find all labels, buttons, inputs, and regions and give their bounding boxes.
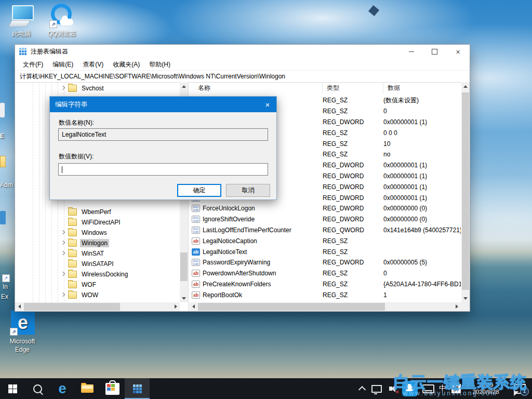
registry-value-row[interactable]: ForceUnlockLogon REG_DWORD 0x00000000 (0… xyxy=(189,203,461,214)
monitor-icon xyxy=(371,385,382,393)
tree-item-label[interactable]: Winlogon xyxy=(80,239,109,247)
tree-item-label[interactable]: WiFiDirectAPI xyxy=(80,218,122,227)
value-name[interactable]: LegalNoticeText xyxy=(203,248,323,256)
tree-item[interactable]: WiFiDirectAPI xyxy=(15,217,180,228)
expand-chevron-icon[interactable] xyxy=(61,293,65,297)
tree-item[interactable]: WirelessDocking xyxy=(15,269,180,280)
scrollbar-thumb[interactable] xyxy=(180,252,188,281)
tray-app-button[interactable] xyxy=(400,378,420,399)
value-name[interactable]: ReportBootOk xyxy=(203,291,323,299)
tree-item-label[interactable]: WirelessDocking xyxy=(80,270,129,278)
maximize-button[interactable] xyxy=(423,45,446,59)
taskbar-search-button[interactable] xyxy=(25,378,50,399)
title-bar[interactable]: 注册表编辑器 × xyxy=(15,45,470,59)
scroll-left-icon[interactable] xyxy=(15,302,23,311)
registry-value-row[interactable]: LegalNoticeText REG_SZ xyxy=(189,246,461,257)
value-type: REG_SZ xyxy=(323,270,383,277)
tray-display-button[interactable] xyxy=(369,378,384,399)
menu-item[interactable]: 查看(V) xyxy=(78,60,108,69)
action-center-button[interactable]: 1 xyxy=(508,378,531,399)
tree-item-label[interactable]: WOW xyxy=(80,291,100,299)
tray-expand-button[interactable] xyxy=(355,378,369,399)
expand-chevron-icon[interactable] xyxy=(61,231,65,235)
desktop-icon-edge[interactable]: e ↗ Microsoft Edge xyxy=(2,311,43,354)
tray-volume-button[interactable]: ✕ xyxy=(384,378,400,399)
touch-keyboard-button[interactable] xyxy=(420,378,436,399)
menu-item[interactable]: 文件(F) xyxy=(18,60,48,69)
tree-item[interactable]: WinSATAPI xyxy=(15,259,180,269)
minimize-button[interactable] xyxy=(400,45,423,59)
registry-value-row[interactable]: PasswordExpiryWarning REG_DWORD 0x000000… xyxy=(189,257,461,268)
scroll-up-icon[interactable] xyxy=(180,82,188,90)
tree-item[interactable]: WOF xyxy=(15,280,180,290)
value-name[interactable]: LastLogOffEndTimePerfCounter xyxy=(203,227,323,234)
tree-item[interactable]: WinSAT xyxy=(15,248,180,259)
scrollbar-thumb[interactable] xyxy=(24,303,120,311)
tree-item[interactable]: WbemPerf xyxy=(15,207,180,217)
value-name[interactable]: PowerdownAfterShutdown xyxy=(203,270,323,277)
taskbar-clock[interactable]: 18:19 2020/9/28 xyxy=(463,378,508,399)
desktop-icon-qq-browser[interactable]: ↗ QQ浏览器 xyxy=(42,3,82,38)
scroll-left-icon[interactable] xyxy=(189,302,197,311)
tree-item[interactable]: WOW xyxy=(15,290,180,300)
registry-value-row[interactable]: LegalNoticeCaption REG_SZ xyxy=(189,235,461,246)
tree-item[interactable]: Svchost xyxy=(15,83,180,94)
registry-value-row[interactable]: ReportBootOk REG_SZ 1 xyxy=(189,289,461,300)
desktop-icon-this-pc[interactable]: 此电脑 xyxy=(1,3,42,38)
registry-value-row[interactable]: PreCreateKnownFolders REG_SZ {A520A1A4-1… xyxy=(189,279,461,290)
menu-item[interactable]: 帮助(H) xyxy=(144,60,175,69)
scroll-right-icon[interactable] xyxy=(171,302,180,311)
close-button[interactable]: × xyxy=(446,45,470,59)
expand-chevron-icon[interactable] xyxy=(61,241,65,245)
column-header-name[interactable]: 名称 xyxy=(189,82,323,94)
ime-mode-button[interactable]: 中 xyxy=(436,378,449,399)
dialog-title-bar[interactable]: 编辑字符串 × xyxy=(50,97,276,112)
taskbar-edge-button[interactable]: e xyxy=(50,378,75,399)
menu-item[interactable]: 编辑(E) xyxy=(48,60,78,69)
value-name[interactable]: PreCreateKnownFolders xyxy=(203,281,323,288)
cancel-button[interactable]: 取消 xyxy=(226,184,270,197)
tree-item-label[interactable]: WbemPerf xyxy=(80,208,113,216)
tree-item-label[interactable]: WOF xyxy=(80,281,98,289)
value-name-field[interactable]: LegalNoticeText xyxy=(58,128,268,141)
registry-value-row[interactable]: PowerdownAfterShutdown REG_SZ 0 xyxy=(189,268,461,279)
ime-layout-button[interactable]: 拼 xyxy=(449,378,463,399)
expand-chevron-icon[interactable] xyxy=(61,251,65,256)
dialog-close-button[interactable]: × xyxy=(254,97,276,112)
scroll-down-icon[interactable] xyxy=(461,294,470,302)
tree-item-label[interactable]: WinSATAPI xyxy=(80,260,115,268)
taskbar-regedit-button[interactable] xyxy=(125,378,150,399)
scroll-up-icon[interactable] xyxy=(461,82,470,90)
address-bar[interactable]: 计算机\HKEY_LOCAL_MACHINE\SOFTWARE\Microsof… xyxy=(15,71,470,83)
ok-button[interactable]: 确定 xyxy=(177,184,221,197)
edit-string-dialog: 编辑字符串 × 数值名称(N): LegalNoticeText 数值数据(V)… xyxy=(49,96,277,200)
tree-horizontal-scrollbar[interactable] xyxy=(15,302,180,311)
taskbar-explorer-button[interactable] xyxy=(75,378,100,399)
taskbar-store-button[interactable] xyxy=(100,378,125,399)
column-header-type[interactable]: 类型 xyxy=(323,82,383,94)
list-vertical-scrollbar[interactable] xyxy=(461,82,470,302)
scroll-down-icon[interactable] xyxy=(180,294,188,302)
value-name[interactable]: PasswordExpiryWarning xyxy=(203,259,323,266)
expand-chevron-icon[interactable] xyxy=(61,272,65,276)
scroll-right-icon[interactable] xyxy=(453,302,461,311)
registry-value-row[interactable]: IgnoreShiftOveride REG_DWORD 0x00000000 … xyxy=(189,214,461,225)
value-name[interactable]: IgnoreShiftOveride xyxy=(203,216,323,223)
menu-item[interactable]: 收藏夹(A) xyxy=(108,60,144,69)
column-header-data[interactable]: 数据 xyxy=(383,82,470,94)
folder-icon xyxy=(68,260,77,268)
expand-chevron-icon[interactable] xyxy=(61,86,65,90)
tree-item-label[interactable]: Svchost xyxy=(80,84,105,92)
tree-item[interactable]: Winlogon xyxy=(15,238,180,248)
list-horizontal-scrollbar[interactable] xyxy=(189,302,461,311)
value-name[interactable]: LegalNoticeCaption xyxy=(203,237,323,245)
value-data-input[interactable] xyxy=(58,163,268,176)
registry-value-row[interactable]: LastLogOffEndTimePerfCounter REG_QWORD 0… xyxy=(189,225,461,236)
start-button[interactable] xyxy=(0,378,25,399)
scrollbar-thumb[interactable] xyxy=(198,303,385,311)
tree-item[interactable]: Windows xyxy=(15,228,180,238)
value-name[interactable]: ForceUnlockLogon xyxy=(203,205,323,212)
tree-item-label[interactable]: WinSAT xyxy=(80,249,105,258)
tree-item-label[interactable]: Windows xyxy=(80,229,109,237)
scrollbar-thumb[interactable] xyxy=(462,92,469,290)
